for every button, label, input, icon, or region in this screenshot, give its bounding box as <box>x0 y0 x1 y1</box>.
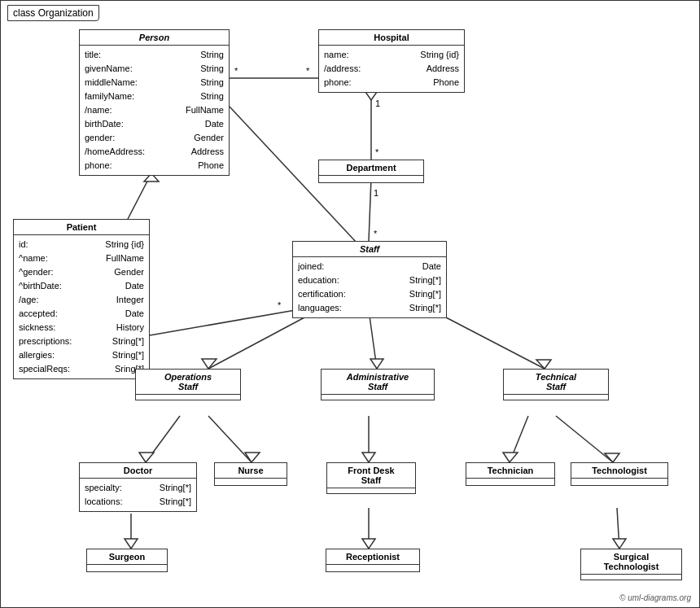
class-department-header: Department <box>319 160 423 176</box>
class-operations-staff: OperationsStaff <box>135 369 241 400</box>
svg-marker-22 <box>536 360 551 369</box>
svg-marker-24 <box>139 453 154 462</box>
class-technician: Technician <box>466 462 555 486</box>
svg-line-31 <box>556 416 613 462</box>
class-doctor: Doctor specialty:String[*] locations:Str… <box>79 462 197 512</box>
svg-line-23 <box>146 416 180 462</box>
svg-marker-32 <box>605 453 619 462</box>
class-technical-staff-header: TechnicalStaff <box>504 370 608 395</box>
svg-marker-28 <box>362 453 375 462</box>
svg-text:*: * <box>234 66 238 76</box>
svg-text:*: * <box>278 300 282 310</box>
class-operations-staff-body <box>136 395 240 400</box>
class-technician-body <box>466 479 554 485</box>
svg-line-7 <box>369 178 371 241</box>
class-surgeon-header: Surgeon <box>87 549 167 565</box>
class-nurse-body <box>215 479 287 485</box>
svg-line-17 <box>208 310 318 369</box>
class-technical-staff: TechnicalStaff <box>503 369 609 400</box>
svg-line-19 <box>369 310 377 369</box>
svg-marker-20 <box>370 359 383 369</box>
class-patient-body: id:String {id} ^name:FullName ^gender:Ge… <box>14 235 149 378</box>
svg-line-25 <box>208 416 252 462</box>
class-technologist-body <box>571 479 667 485</box>
svg-marker-38 <box>613 539 626 549</box>
svg-text:1: 1 <box>374 188 378 198</box>
class-patient-header: Patient <box>14 220 149 235</box>
class-operations-staff-header: OperationsStaff <box>136 370 240 395</box>
class-staff-body: joined:Date education:String[*] certific… <box>293 257 446 317</box>
class-nurse-header: Nurse <box>215 463 287 479</box>
class-surgeon-body <box>87 565 167 571</box>
class-staff-header: Staff <box>293 242 446 257</box>
class-technical-staff-body <box>504 395 608 400</box>
class-hospital-body: name:String {id} /address:Address phone:… <box>319 46 464 92</box>
class-surgical-tech: SurgicalTechnologist <box>580 549 682 580</box>
class-person: Person title:String givenName:String mid… <box>79 29 230 176</box>
class-surgeon: Surgeon <box>86 549 168 572</box>
class-patient: Patient id:String {id} ^name:FullName ^g… <box>13 219 150 379</box>
svg-marker-18 <box>202 359 217 369</box>
diagram-title: class Organization <box>7 5 99 21</box>
svg-marker-26 <box>245 453 260 462</box>
svg-line-29 <box>510 416 528 462</box>
class-receptionist-body <box>326 565 419 571</box>
svg-text:*: * <box>374 229 378 238</box>
class-technologist-header: Technologist <box>571 463 667 479</box>
class-admin-staff-header: AdministrativeStaff <box>322 370 434 395</box>
class-admin-staff-body <box>322 395 434 400</box>
svg-marker-34 <box>125 539 138 549</box>
class-surgical-tech-body <box>581 575 681 580</box>
class-admin-staff: AdministrativeStaff <box>321 369 435 400</box>
class-technologist: Technologist <box>571 462 668 486</box>
svg-marker-30 <box>503 453 518 462</box>
svg-text:*: * <box>375 147 379 157</box>
class-hospital-header: Hospital <box>319 30 464 46</box>
class-doctor-header: Doctor <box>80 463 196 479</box>
svg-line-14 <box>131 310 295 339</box>
class-doctor-body: specialty:String[*] locations:String[*] <box>80 479 196 511</box>
class-surgical-tech-header: SurgicalTechnologist <box>581 549 681 575</box>
svg-marker-36 <box>362 539 375 549</box>
class-person-body: title:String givenName:String middleName… <box>80 46 229 175</box>
copyright-text: © uml-diagrams.org <box>619 593 691 602</box>
class-department-body <box>319 176 423 182</box>
svg-text:1: 1 <box>375 98 380 108</box>
svg-line-37 <box>617 508 619 549</box>
class-person-header: Person <box>80 30 229 46</box>
class-receptionist: Receptionist <box>326 549 420 572</box>
class-nurse: Nurse <box>214 462 287 486</box>
class-staff: Staff joined:Date education:String[*] ce… <box>292 241 447 318</box>
class-hospital: Hospital name:String {id} /address:Addre… <box>318 29 465 93</box>
class-front-desk: Front DeskStaff <box>326 462 416 494</box>
class-department: Department <box>318 160 424 183</box>
diagram-container: class Organization * * 1 * 1 * * * <box>0 0 700 608</box>
svg-line-10 <box>127 173 151 221</box>
class-technician-header: Technician <box>466 463 554 479</box>
class-front-desk-body <box>327 488 415 493</box>
class-receptionist-header: Receptionist <box>326 549 419 565</box>
svg-text:*: * <box>306 66 310 76</box>
class-front-desk-header: Front DeskStaff <box>327 463 415 488</box>
